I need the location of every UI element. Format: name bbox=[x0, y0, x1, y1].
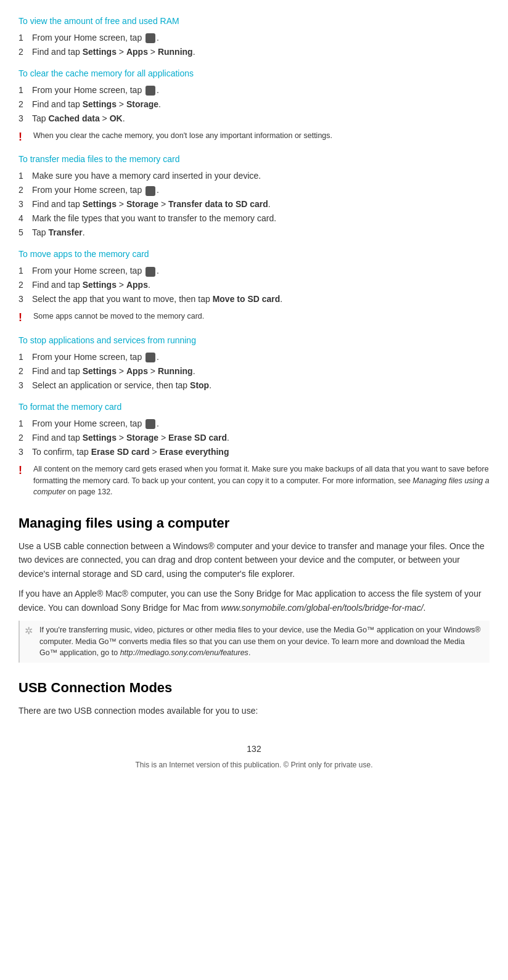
step-number: 2 bbox=[18, 184, 32, 197]
step-text: To confirm, tap Erase SD card > Erase ev… bbox=[32, 446, 490, 459]
step-1: 1 From your Home screen, tap . bbox=[18, 31, 490, 44]
tip-text: If you're transferring music, video, pic… bbox=[39, 624, 485, 659]
note-move-apps: ! Some apps cannot be moved to the memor… bbox=[18, 311, 490, 325]
apps-icon bbox=[145, 86, 155, 96]
step-3: 3 Tap Cached data > OK. bbox=[18, 112, 490, 125]
heading-transfer-media: To transfer media files to the memory ca… bbox=[18, 153, 490, 166]
step-3: 3 Select the app that you want to move, … bbox=[18, 293, 490, 306]
section-managing-files: Managing files using a computer Use a US… bbox=[18, 513, 490, 663]
section-move-apps: To move apps to the memory card 1 From y… bbox=[18, 248, 490, 325]
step-number: 3 bbox=[18, 293, 32, 306]
usb-heading: USB Connection Modes bbox=[18, 677, 490, 698]
step-5: 5 Tap Transfer. bbox=[18, 226, 490, 239]
step-text: Find and tap Settings > Storage > Erase … bbox=[32, 431, 490, 444]
section-clear-cache: To clear the cache memory for all applic… bbox=[18, 67, 490, 144]
step-number: 3 bbox=[18, 379, 32, 392]
step-text: Tap Cached data > OK. bbox=[32, 112, 490, 125]
heading-view-ram: To view the amount of free and used RAM bbox=[18, 15, 490, 28]
step-text: Mark the file types that you want to tra… bbox=[32, 212, 490, 225]
step-number: 3 bbox=[18, 446, 32, 459]
step-text: Find and tap Settings > Storage > Transf… bbox=[32, 198, 490, 211]
step-number: 1 bbox=[18, 169, 32, 182]
step-2: 2 Find and tap Settings > Storage > Eras… bbox=[18, 431, 490, 444]
note-text: When you clear the cache memory, you don… bbox=[33, 130, 332, 142]
section-format-card: To format the memory card 1 From your Ho… bbox=[18, 401, 490, 498]
step-number: 3 bbox=[18, 198, 32, 211]
step-1: 1 From your Home screen, tap . bbox=[18, 84, 490, 97]
exclamation-icon: ! bbox=[18, 463, 28, 478]
note-text: Some apps cannot be moved to the memory … bbox=[33, 311, 204, 322]
section-stop-apps: To stop applications and services from r… bbox=[18, 334, 490, 392]
apps-icon bbox=[145, 419, 155, 429]
steps-stop-apps: 1 From your Home screen, tap . 2 Find an… bbox=[18, 351, 490, 392]
managing-files-heading: Managing files using a computer bbox=[18, 513, 490, 533]
step-4: 4 Mark the file types that you want to t… bbox=[18, 212, 490, 225]
steps-format-card: 1 From your Home screen, tap . 2 Find an… bbox=[18, 417, 490, 459]
step-number: 1 bbox=[18, 351, 32, 364]
step-2: 2 Find and tap Settings > Apps > Running… bbox=[18, 46, 490, 59]
step-text: Find and tap Settings > Apps > Running. bbox=[32, 46, 490, 59]
step-number: 2 bbox=[18, 431, 32, 444]
page-number: 132 bbox=[18, 743, 490, 756]
step-text: From your Home screen, tap . bbox=[32, 184, 490, 197]
step-text: Find and tap Settings > Storage. bbox=[32, 98, 490, 111]
step-2: 2 From your Home screen, tap . bbox=[18, 184, 490, 197]
heading-move-apps: To move apps to the memory card bbox=[18, 248, 490, 261]
step-1: 1 Make sure you have a memory card inser… bbox=[18, 169, 490, 182]
steps-transfer-media: 1 Make sure you have a memory card inser… bbox=[18, 169, 490, 239]
section-usb: USB Connection Modes There are two USB c… bbox=[18, 677, 490, 717]
step-text: Find and tap Settings > Apps > Running. bbox=[32, 365, 490, 378]
step-2: 2 Find and tap Settings > Apps. bbox=[18, 279, 490, 292]
step-text: From your Home screen, tap . bbox=[32, 264, 490, 277]
note-text: All content on the memory card gets eras… bbox=[33, 463, 490, 498]
heading-clear-cache: To clear the cache memory for all applic… bbox=[18, 67, 490, 80]
step-number: 3 bbox=[18, 112, 32, 125]
step-text: Select an application or service, then t… bbox=[32, 379, 490, 392]
step-1: 1 From your Home screen, tap . bbox=[18, 351, 490, 364]
step-3: 3 To confirm, tap Erase SD card > Erase … bbox=[18, 446, 490, 459]
tip-block: ✲ If you're transferring music, video, p… bbox=[18, 621, 490, 663]
step-3: 3 Find and tap Settings > Storage > Tran… bbox=[18, 198, 490, 211]
mediago-url: http://mediago.sony.com/enu/features bbox=[120, 648, 248, 657]
sony-bridge-url: www.sonymobile.com/global-en/tools/bridg… bbox=[221, 603, 423, 613]
step-number: 1 bbox=[18, 264, 32, 277]
section-transfer-media: To transfer media files to the memory ca… bbox=[18, 153, 490, 239]
step-text: From your Home screen, tap . bbox=[32, 417, 490, 430]
step-text: From your Home screen, tap . bbox=[32, 84, 490, 97]
step-text: Find and tap Settings > Apps. bbox=[32, 279, 490, 292]
step-text: Tap Transfer. bbox=[32, 226, 490, 239]
exclamation-icon: ! bbox=[18, 130, 28, 144]
apps-icon bbox=[145, 186, 155, 196]
step-number: 2 bbox=[18, 279, 32, 292]
step-text: Select the app that you want to move, th… bbox=[32, 293, 490, 306]
usb-para: There are two USB connection modes avail… bbox=[18, 704, 490, 717]
step-number: 2 bbox=[18, 98, 32, 111]
step-number: 2 bbox=[18, 46, 32, 59]
note-clear-cache: ! When you clear the cache memory, you d… bbox=[18, 130, 490, 144]
tip-icon: ✲ bbox=[25, 624, 35, 638]
managing-files-para1: Use a USB cable connection between a Win… bbox=[18, 539, 490, 581]
step-number: 1 bbox=[18, 417, 32, 430]
apps-icon bbox=[145, 267, 155, 277]
step-1: 1 From your Home screen, tap . bbox=[18, 417, 490, 430]
step-text: Make sure you have a memory card inserte… bbox=[32, 169, 490, 182]
step-text: From your Home screen, tap . bbox=[32, 31, 490, 44]
note-format-card: ! All content on the memory card gets er… bbox=[18, 463, 490, 498]
step-number: 5 bbox=[18, 226, 32, 239]
steps-view-ram: 1 From your Home screen, tap . 2 Find an… bbox=[18, 31, 490, 59]
steps-move-apps: 1 From your Home screen, tap . 2 Find an… bbox=[18, 264, 490, 306]
step-number: 4 bbox=[18, 212, 32, 225]
step-1: 1 From your Home screen, tap . bbox=[18, 264, 490, 277]
footer-text: This is an Internet version of this publ… bbox=[18, 759, 490, 770]
steps-clear-cache: 1 From your Home screen, tap . 2 Find an… bbox=[18, 84, 490, 125]
exclamation-icon: ! bbox=[18, 311, 28, 325]
step-number: 1 bbox=[18, 31, 32, 44]
step-number: 2 bbox=[18, 365, 32, 378]
managing-files-para2: If you have an Apple® Mac® computer, you… bbox=[18, 587, 490, 615]
apps-icon bbox=[145, 33, 155, 43]
apps-icon bbox=[145, 353, 155, 362]
heading-format-card: To format the memory card bbox=[18, 401, 490, 414]
step-number: 1 bbox=[18, 84, 32, 97]
step-2: 2 Find and tap Settings > Storage. bbox=[18, 98, 490, 111]
step-2: 2 Find and tap Settings > Apps > Running… bbox=[18, 365, 490, 378]
